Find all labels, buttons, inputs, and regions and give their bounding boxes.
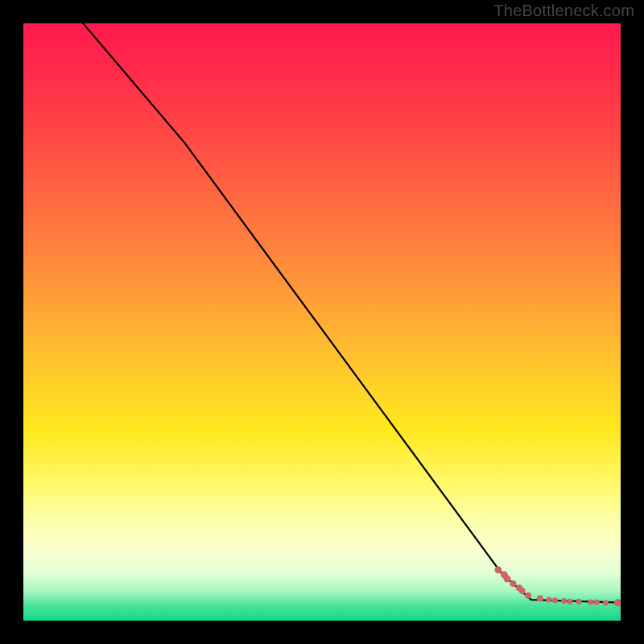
data-dot	[519, 588, 526, 594]
plot-svg	[23, 23, 621, 621]
data-dot	[567, 599, 572, 605]
watermark: TheBottleneck.com	[493, 2, 634, 20]
data-dot	[603, 600, 609, 605]
data-dot	[547, 597, 552, 603]
data-dot	[552, 597, 558, 603]
dot-cluster	[494, 566, 621, 606]
data-dot	[561, 598, 567, 604]
data-dot	[510, 580, 516, 587]
data-dot	[588, 600, 593, 605]
data-dot	[537, 596, 543, 602]
data-dot	[576, 599, 582, 605]
data-dot	[614, 599, 621, 606]
data-dot	[525, 592, 531, 599]
data-dot	[594, 600, 600, 605]
plot-area	[23, 23, 621, 621]
bottleneck-curve	[83, 23, 621, 603]
chart-frame: TheBottleneck.com	[0, 0, 644, 644]
data-dot	[494, 566, 502, 573]
data-dot	[504, 576, 511, 583]
